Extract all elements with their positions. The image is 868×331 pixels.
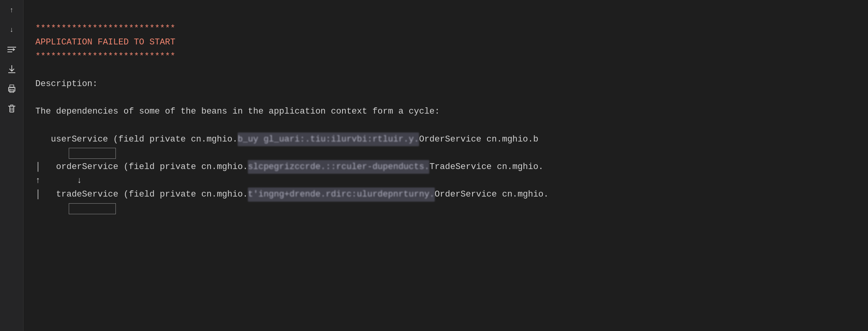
cycle-close-bracket bbox=[69, 203, 116, 214]
delete-icon[interactable] bbox=[5, 102, 18, 115]
scroll-down-icon[interactable]: ↓ bbox=[5, 24, 18, 36]
service2-blurred: slcpegrizccrde.::rculer-dupenducts. bbox=[248, 160, 429, 174]
sidebar: ↑ ↓ bbox=[0, 0, 24, 331]
print-icon[interactable] bbox=[5, 83, 18, 95]
cycle-open-bracket bbox=[69, 148, 116, 159]
banner-top: *************************** bbox=[35, 24, 175, 33]
svg-point-8 bbox=[9, 89, 10, 90]
error-message: The dependencies of some of the beans in… bbox=[35, 107, 440, 116]
banner-bottom: *************************** bbox=[35, 51, 175, 61]
download-icon[interactable] bbox=[5, 63, 18, 75]
wrap-lines-icon[interactable] bbox=[5, 43, 18, 56]
scroll-up-icon[interactable]: ↑ bbox=[5, 4, 18, 17]
pipe2: │ tradeService (field private cn.mghio.t… bbox=[35, 189, 549, 199]
error-title: APPLICATION FAILED TO START bbox=[35, 37, 175, 47]
service3-blurred: t'ingng+drende.rdirc:ulurdepnrturny. bbox=[248, 188, 434, 201]
svg-rect-9 bbox=[10, 106, 14, 112]
description-label: Description: bbox=[35, 79, 97, 89]
arrows-line: ↑ ↓ bbox=[35, 176, 82, 186]
pipe1: │ orderService (field private cn.mghio.s… bbox=[35, 162, 544, 172]
terminal-output: *************************** APPLICATION … bbox=[35, 8, 856, 229]
service1-blurred: b_uy gl_uari:.tiu:ilurvbi:rtluir.y. bbox=[238, 132, 419, 146]
terminal-content: *************************** APPLICATION … bbox=[24, 0, 868, 331]
service1-line: userService (field private cn.mghio.b_uy… bbox=[35, 134, 538, 144]
